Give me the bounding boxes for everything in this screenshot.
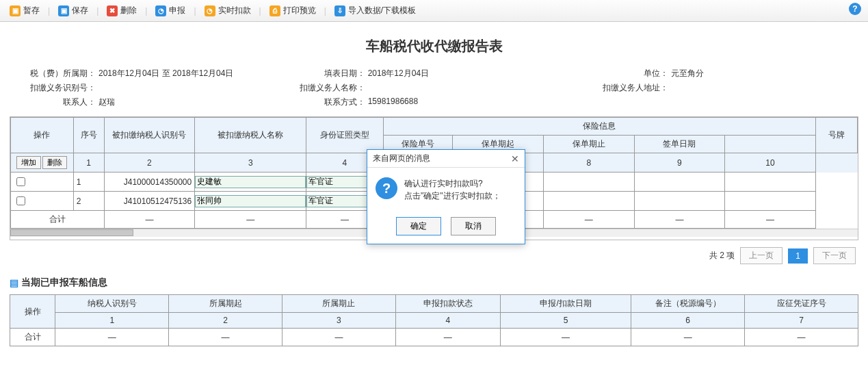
save-button[interactable]: ▣ 保存 <box>54 3 92 18</box>
col-taxpayerid: 被扣缴纳税人识别号 <box>104 118 195 153</box>
total-dash: — <box>725 211 816 229</box>
meta-row-1: 税（费）所属期： 2018年12月04日 至 2018年12月04日 填表日期：… <box>10 68 858 79</box>
filldate-value: 2018年12月04日 <box>368 68 576 79</box>
close-icon[interactable]: ✕ <box>511 153 519 164</box>
sub-dash: — <box>500 329 631 346</box>
declare-button[interactable]: ◔ 申报 <box>151 3 189 18</box>
cell-signdate[interactable] <box>634 192 725 211</box>
next-page-button[interactable]: 下一页 <box>813 247 856 264</box>
row-checkbox[interactable] <box>16 196 25 205</box>
total-dash: — <box>195 211 306 229</box>
cell-plate[interactable] <box>725 172 816 192</box>
dialog-title: 来自网页的消息 <box>373 153 430 164</box>
sub-col-voucherno: 应征凭证序号 <box>745 295 858 313</box>
contact-value: 赵瑞 <box>98 97 293 108</box>
printpreview-button[interactable]: ⎙ 打印预览 <box>265 3 320 18</box>
cancel-button[interactable]: 取消 <box>451 217 496 235</box>
colnum-1: 1 <box>73 153 104 172</box>
period-label: 税（费）所属期： <box>10 68 98 79</box>
separator: | <box>95 6 100 16</box>
withholderid-label: 扣缴义务识别号： <box>10 82 98 94</box>
sub-table: 操作 纳税人识别号 所属期起 所属期止 申报扣款状态 申报/扣款日期 备注（税源… <box>10 294 858 346</box>
cell-signdate[interactable] <box>634 172 725 192</box>
col-plate: 号牌 <box>815 118 857 153</box>
content-area: 车船税代收代缴报告表 税（费）所属期： 2018年12月04日 至 2018年1… <box>0 22 868 353</box>
withholdername-value <box>368 82 576 94</box>
op-cell: 增加 删除 <box>11 153 74 172</box>
period-value: 2018年12月04日 至 2018年12月04日 <box>98 68 293 79</box>
cell-policyend[interactable] <box>544 192 635 211</box>
colnum-10: 10 <box>725 153 816 172</box>
cell-taxpayerid: J41010512475136 <box>104 192 195 211</box>
cell-policyend[interactable] <box>544 172 635 192</box>
sub-colnum-6: 6 <box>631 313 745 329</box>
delete-button[interactable]: ✖ 删除 <box>103 3 141 18</box>
sub-colnum-4: 4 <box>395 313 500 329</box>
separator: | <box>47 6 51 16</box>
page-number[interactable]: 1 <box>788 248 808 264</box>
dialog-line2: 点击"确定"进行实时扣款； <box>404 190 501 202</box>
scrollbar-thumb[interactable] <box>10 229 133 236</box>
pager-total: 共 2 项 <box>709 250 735 261</box>
cell-plate[interactable] <box>725 192 816 211</box>
colnum-2: 2 <box>104 153 195 172</box>
tempsave-button[interactable]: ▣ 暂存 <box>5 3 44 18</box>
separator: | <box>258 6 263 16</box>
sub-col-op: 操作 <box>10 295 55 329</box>
section2-title: ▤ 当期已申报车船信息 <box>10 277 858 289</box>
unit-label: 单位： <box>575 68 671 79</box>
dialog-line1: 确认进行实时扣款吗? <box>404 177 501 190</box>
cell-seq: 2 <box>73 192 104 211</box>
sub-col-periodstart: 所属期起 <box>169 295 282 313</box>
separator: | <box>192 6 197 16</box>
taxpayername-input[interactable] <box>195 176 306 188</box>
delete-label: 删除 <box>120 5 137 16</box>
col-insurance-group: 保险信息 <box>383 118 815 136</box>
add-button[interactable]: 增加 <box>16 156 41 169</box>
col-signdate: 签单日期 <box>634 136 725 153</box>
section2-label: 当期已申报车船信息 <box>21 277 107 289</box>
sub-col-declaredate: 申报/扣款日期 <box>500 295 631 313</box>
row-checkbox[interactable] <box>16 177 25 186</box>
help-icon[interactable]: ? <box>849 3 861 15</box>
separator: | <box>144 6 148 16</box>
sub-dash: — <box>745 329 858 346</box>
withholderid-value <box>98 82 293 94</box>
confirm-dialog: 来自网页的消息 ✕ ? 确认进行实时扣款吗? 点击"确定"进行实时扣款； 确定 … <box>367 149 525 244</box>
import-button[interactable]: ⇩ 导入数据/下载模板 <box>330 3 420 18</box>
dialog-message: 确认进行实时扣款吗? 点击"确定"进行实时扣款； <box>404 177 501 202</box>
contact-label: 联系人： <box>10 97 98 108</box>
sub-colnum-3: 3 <box>282 313 395 329</box>
del-button[interactable]: 删除 <box>42 156 67 169</box>
prev-page-button[interactable]: 上一页 <box>740 247 782 264</box>
import-icon: ⇩ <box>334 5 345 16</box>
pager: 共 2 项 上一页 1 下一页 <box>12 247 856 264</box>
declare-label: 申报 <box>169 5 185 16</box>
tempsave-icon: ▣ <box>10 5 21 16</box>
col-policyend: 保单期止 <box>544 136 635 153</box>
printpreview-label: 打印预览 <box>283 5 316 16</box>
cell-seq: 1 <box>73 172 104 192</box>
declare-icon: ◔ <box>155 5 166 16</box>
colnum-8: 8 <box>544 153 635 172</box>
ok-button[interactable]: 确定 <box>396 217 441 235</box>
sub-col-declarestatus: 申报扣款状态 <box>395 295 500 313</box>
sub-dash: — <box>55 329 169 346</box>
question-icon: ? <box>376 177 397 199</box>
sub-colnum-1: 1 <box>55 313 169 329</box>
toolbar: ▣ 暂存 | ▣ 保存 | ✖ 删除 | ◔ 申报 | ◔ 实时扣款 | ⎙ 打… <box>0 0 868 22</box>
realtime-button[interactable]: ◔ 实时扣款 <box>200 3 255 18</box>
meta-row-3: 联系人： 赵瑞 联系方式： 15981986688 <box>10 97 858 108</box>
unit-value: 元至角分 <box>671 68 858 79</box>
colnum-3: 3 <box>195 153 306 172</box>
sub-dash: — <box>169 329 282 346</box>
col-taxpayername: 被扣缴纳税人名称 <box>195 118 306 153</box>
withholderaddr-value <box>671 82 858 94</box>
import-label: 导入数据/下载模板 <box>348 5 416 16</box>
realtime-icon: ◔ <box>205 5 215 16</box>
sub-dash: — <box>631 329 745 346</box>
taxpayername-input[interactable] <box>195 195 306 207</box>
contactway-label: 联系方式： <box>293 97 368 108</box>
withholdername-label: 扣缴义务人名称： <box>293 82 368 94</box>
list-icon: ▤ <box>10 277 18 288</box>
